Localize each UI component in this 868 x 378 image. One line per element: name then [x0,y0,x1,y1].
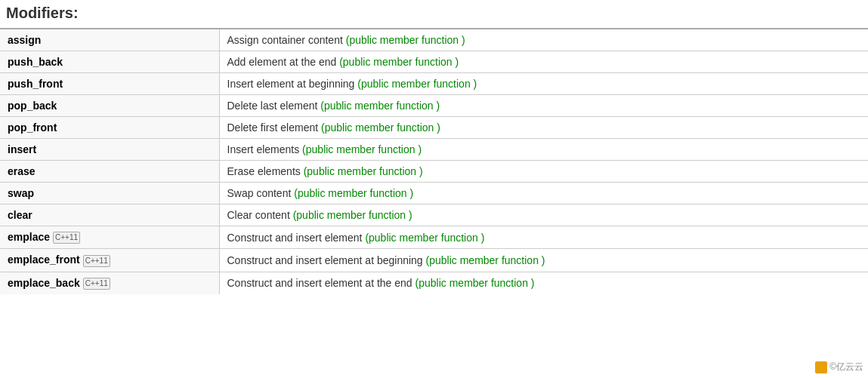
table-row: pop_backDelete last element (public memb… [0,95,868,117]
table-row: emplace_frontC++11Construct and insert e… [0,249,868,272]
header-title: Modifiers: [6,5,79,21]
func-desc-cell: Insert element at beginning (public memb… [219,73,868,95]
func-desc-cell: Construct and insert element (public mem… [219,226,868,249]
func-desc-cell: Insert elements (public member function … [219,139,868,161]
func-name[interactable]: pop_front [8,121,57,134]
func-name-cell: pop_back [0,95,219,117]
func-desc-plain: Insert elements [227,143,303,155]
func-desc-plain: Add element at the end [227,56,340,68]
func-desc-plain: Delete first element [227,121,322,134]
func-desc-link[interactable]: (public member function ) [304,165,423,177]
func-name[interactable]: pop_back [8,100,57,112]
func-desc-cell: Delete first element (public member func… [219,117,868,139]
func-desc-cell: Erase elements (public member function ) [219,161,868,183]
func-desc-link[interactable]: (public member function ) [346,34,465,46]
modifiers-table: assignAssign container content (public m… [0,29,868,294]
func-desc-link[interactable]: (public member function ) [294,187,413,199]
table-row: push_backAdd element at the end (public … [0,51,868,73]
func-desc-plain: Construct and insert element at the end [227,277,415,289]
page-header: Modifiers: [0,0,868,29]
func-name-cell: push_front [0,73,219,95]
func-desc-plain: Construct and insert element [227,232,366,244]
func-desc-cell: Assign container content (public member … [219,29,868,51]
func-desc-plain: Insert element at beginning [227,78,358,90]
func-name-cell: clear [0,204,219,226]
func-desc-link[interactable]: (public member function ) [320,100,440,112]
func-desc-link[interactable]: (public member function ) [357,78,477,90]
func-name-cell: erase [0,161,219,183]
func-desc-cell: Construct and insert element at beginnin… [219,249,868,272]
func-name-cell: swap [0,183,219,204]
func-name-cell: push_back [0,51,219,73]
func-desc-cell: Swap content (public member function ) [219,183,868,204]
func-name-cell: insert [0,139,219,161]
func-desc-plain: Delete last element [227,100,321,112]
func-desc-cell: Add element at the end (public member fu… [219,51,868,73]
table-row: eraseErase elements (public member funct… [0,161,868,183]
func-desc-link[interactable]: (public member function ) [302,143,422,155]
func-name-cell: emplaceC++11 [0,226,219,249]
func-desc-plain: Assign container content [227,34,346,46]
table-row: emplace_backC++11Construct and insert el… [0,272,868,294]
func-name[interactable]: emplace_front [8,254,80,266]
table-row: emplaceC++11Construct and insert element… [0,226,868,249]
func-desc-plain: Swap content [227,187,295,199]
func-desc-link[interactable]: (public member function ) [321,121,440,134]
table-row: push_frontInsert element at beginning (p… [0,73,868,95]
table-row: swapSwap content (public member function… [0,183,868,204]
func-name[interactable]: push_front [8,78,63,90]
table-row: assignAssign container content (public m… [0,29,868,51]
func-desc-plain: Clear content [227,209,293,221]
func-name[interactable]: emplace_back [8,277,80,289]
func-name-cell: emplace_frontC++11 [0,249,219,272]
func-desc-cell: Delete last element (public member funct… [219,95,868,117]
table-row: pop_frontDelete first element (public me… [0,117,868,139]
func-name[interactable]: clear [8,209,32,221]
func-name[interactable]: insert [8,143,36,155]
func-desc-link[interactable]: (public member function ) [293,209,412,221]
func-name[interactable]: assign [8,34,41,46]
func-desc-link[interactable]: (public member function ) [426,254,545,266]
func-name[interactable]: push_back [8,56,63,68]
func-desc-link[interactable]: (public member function ) [339,56,459,68]
func-name-cell: emplace_backC++11 [0,272,219,294]
func-desc-cell: Construct and insert element at the end … [219,272,868,294]
func-name[interactable]: swap [8,187,34,199]
func-name[interactable]: erase [8,165,36,177]
func-desc-plain: Construct and insert element at beginnin… [227,254,426,266]
func-desc-plain: Erase elements [227,165,304,177]
func-name[interactable]: emplace [8,231,50,243]
func-desc-cell: Clear content (public member function ) [219,204,868,226]
table-row: insertInsert elements (public member fun… [0,139,868,161]
func-desc-link[interactable]: (public member function ) [415,277,535,289]
func-name-cell: assign [0,29,219,51]
cpp11-badge: C++11 [53,232,80,244]
func-desc-link[interactable]: (public member function ) [365,232,484,244]
cpp11-badge: C++11 [83,255,110,267]
table-row: clearClear content (public member functi… [0,204,868,226]
func-name-cell: pop_front [0,117,219,139]
cpp11-badge: C++11 [83,278,110,290]
